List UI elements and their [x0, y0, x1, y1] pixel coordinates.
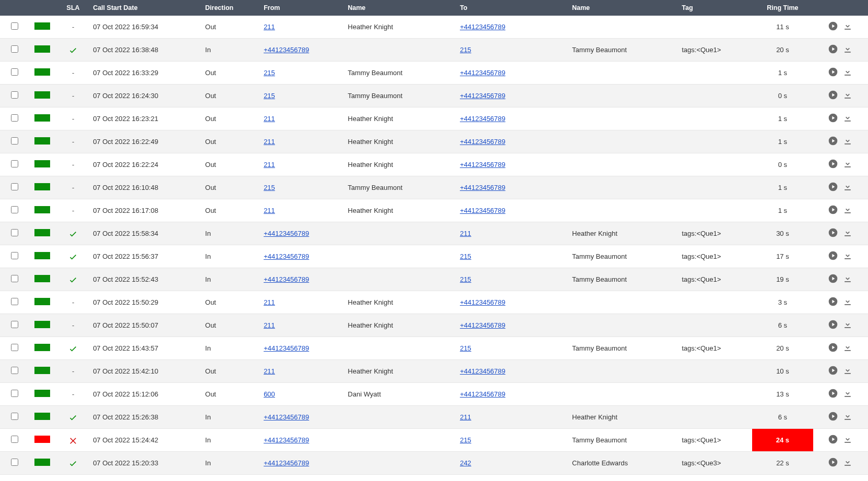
- from-link[interactable]: +44123456789: [264, 46, 309, 54]
- row-checkbox[interactable]: [11, 459, 18, 466]
- download-button[interactable]: [842, 44, 853, 56]
- to-link[interactable]: 211: [460, 230, 471, 237]
- play-button[interactable]: [828, 227, 838, 239]
- from-link[interactable]: 211: [264, 321, 275, 329]
- play-button[interactable]: [828, 434, 838, 446]
- from-link[interactable]: 211: [264, 298, 275, 306]
- row-checkbox[interactable]: [11, 344, 18, 351]
- download-button[interactable]: [842, 182, 853, 194]
- from-link[interactable]: 211: [264, 138, 275, 146]
- download-button[interactable]: [842, 296, 853, 308]
- download-button[interactable]: [842, 411, 853, 423]
- to-link[interactable]: 215: [460, 436, 471, 444]
- play-button[interactable]: [828, 136, 838, 148]
- from-link[interactable]: +44123456789: [264, 436, 309, 444]
- to-link[interactable]: +44123456789: [460, 23, 505, 31]
- to-link[interactable]: +44123456789: [460, 390, 505, 398]
- from-link[interactable]: 211: [264, 367, 275, 375]
- download-button[interactable]: [842, 388, 853, 400]
- header-ring-time[interactable]: Ring Time: [752, 0, 813, 16]
- header-name-from[interactable]: Name: [342, 0, 455, 16]
- download-button[interactable]: [842, 21, 853, 33]
- from-link[interactable]: +44123456789: [264, 344, 309, 352]
- download-button[interactable]: [842, 365, 853, 377]
- to-link[interactable]: 211: [460, 413, 471, 421]
- row-checkbox[interactable]: [11, 160, 18, 167]
- from-link[interactable]: 215: [264, 184, 275, 191]
- play-button[interactable]: [828, 296, 838, 308]
- row-checkbox[interactable]: [11, 137, 18, 145]
- from-link[interactable]: 215: [264, 92, 275, 100]
- header-tag[interactable]: Tag: [676, 0, 752, 16]
- from-link[interactable]: 211: [264, 115, 275, 123]
- download-button[interactable]: [842, 457, 853, 469]
- header-to[interactable]: To: [455, 0, 567, 16]
- row-checkbox[interactable]: [11, 413, 18, 420]
- download-button[interactable]: [842, 273, 853, 285]
- play-button[interactable]: [828, 159, 838, 171]
- row-checkbox[interactable]: [11, 68, 18, 76]
- from-link[interactable]: +44123456789: [264, 230, 309, 237]
- row-checkbox[interactable]: [11, 367, 18, 374]
- play-button[interactable]: [828, 250, 838, 262]
- from-link[interactable]: +44123456789: [264, 275, 309, 283]
- from-link[interactable]: 211: [264, 161, 275, 169]
- from-link[interactable]: 215: [264, 69, 275, 77]
- to-link[interactable]: 242: [460, 459, 471, 467]
- play-button[interactable]: [828, 342, 838, 354]
- play-button[interactable]: [828, 273, 838, 285]
- header-direction[interactable]: Direction: [200, 0, 258, 16]
- download-button[interactable]: [842, 319, 853, 331]
- play-button[interactable]: [828, 67, 838, 79]
- header-sla[interactable]: SLA: [58, 0, 88, 16]
- row-checkbox[interactable]: [11, 114, 18, 122]
- row-checkbox[interactable]: [11, 183, 18, 190]
- download-button[interactable]: [842, 136, 853, 148]
- to-link[interactable]: +44123456789: [460, 321, 505, 329]
- row-checkbox[interactable]: [11, 390, 18, 397]
- from-link[interactable]: +44123456789: [264, 413, 309, 421]
- play-button[interactable]: [828, 388, 838, 400]
- play-button[interactable]: [828, 90, 838, 102]
- play-button[interactable]: [828, 365, 838, 377]
- header-call-start-date[interactable]: Call Start Date: [88, 0, 200, 16]
- from-link[interactable]: +44123456789: [264, 459, 309, 467]
- row-checkbox[interactable]: [11, 275, 18, 282]
- to-link[interactable]: +44123456789: [460, 92, 505, 100]
- download-button[interactable]: [842, 90, 853, 102]
- row-checkbox[interactable]: [11, 252, 18, 259]
- download-button[interactable]: [842, 67, 853, 79]
- download-button[interactable]: [842, 113, 853, 125]
- to-link[interactable]: 215: [460, 275, 471, 283]
- header-from[interactable]: From: [258, 0, 342, 16]
- from-link[interactable]: 600: [264, 390, 275, 398]
- to-link[interactable]: +44123456789: [460, 207, 505, 214]
- play-button[interactable]: [828, 113, 838, 125]
- download-button[interactable]: [842, 159, 853, 171]
- to-link[interactable]: +44123456789: [460, 161, 505, 169]
- to-link[interactable]: 215: [460, 252, 471, 260]
- download-button[interactable]: [842, 434, 853, 446]
- play-button[interactable]: [828, 319, 838, 331]
- row-checkbox[interactable]: [11, 45, 18, 53]
- from-link[interactable]: +44123456789: [264, 252, 309, 260]
- to-link[interactable]: 215: [460, 46, 471, 54]
- row-checkbox[interactable]: [11, 22, 18, 30]
- to-link[interactable]: +44123456789: [460, 138, 505, 146]
- download-button[interactable]: [842, 227, 853, 239]
- download-button[interactable]: [842, 250, 853, 262]
- row-checkbox[interactable]: [11, 206, 18, 213]
- header-name-to[interactable]: Name: [567, 0, 676, 16]
- play-button[interactable]: [828, 411, 838, 423]
- download-button[interactable]: [842, 342, 853, 354]
- to-link[interactable]: 215: [460, 344, 471, 352]
- to-link[interactable]: +44123456789: [460, 298, 505, 306]
- row-checkbox[interactable]: [11, 298, 18, 305]
- play-button[interactable]: [828, 21, 838, 33]
- play-button[interactable]: [828, 182, 838, 194]
- to-link[interactable]: +44123456789: [460, 115, 505, 123]
- row-checkbox[interactable]: [11, 321, 18, 328]
- play-button[interactable]: [828, 44, 838, 56]
- to-link[interactable]: +44123456789: [460, 69, 505, 77]
- from-link[interactable]: 211: [264, 207, 275, 214]
